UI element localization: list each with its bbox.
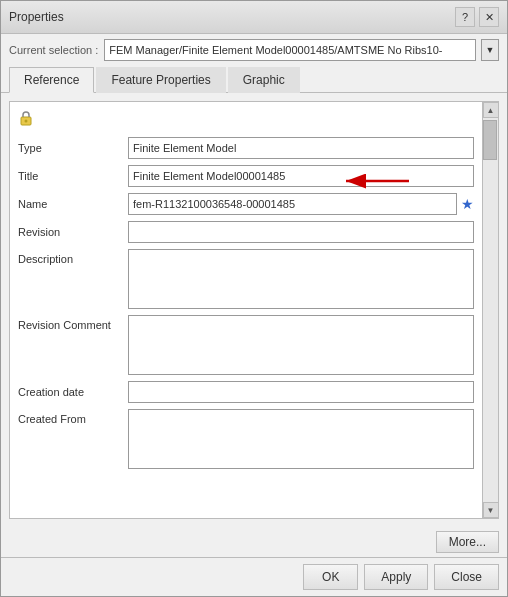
properties-window: Properties ? ✕ Current selection : FEM M… <box>0 0 508 597</box>
description-textarea[interactable] <box>128 249 474 309</box>
close-button[interactable]: Close <box>434 564 499 590</box>
revision-comment-textarea[interactable] <box>128 315 474 375</box>
tab-feature-properties[interactable]: Feature Properties <box>96 67 225 93</box>
lock-icon-row <box>18 110 474 129</box>
revision-field-row: Revision <box>18 221 474 243</box>
current-selection-value: FEM Manager/Finite Element Model00001485… <box>104 39 476 61</box>
scroll-thumb[interactable] <box>483 120 497 160</box>
current-selection-label: Current selection : <box>9 44 98 56</box>
description-field-row: Description <box>18 249 474 309</box>
creation-date-label: Creation date <box>18 386 128 398</box>
created-from-field-row: Created From <box>18 409 474 469</box>
window-title: Properties <box>9 10 64 24</box>
name-star-icon[interactable]: ★ <box>461 196 474 212</box>
title-field-container: Title <box>18 165 474 187</box>
current-selection-bar: Current selection : FEM Manager/Finite E… <box>1 34 507 66</box>
main-panel: Type Title <box>9 101 483 519</box>
name-input[interactable] <box>128 193 457 215</box>
svg-point-1 <box>25 120 28 123</box>
ok-button[interactable]: OK <box>303 564 358 590</box>
type-input[interactable] <box>128 137 474 159</box>
title-bar-right: ? ✕ <box>455 7 499 27</box>
tab-reference[interactable]: Reference <box>9 67 94 93</box>
more-row: More... <box>1 527 507 557</box>
title-bar: Properties ? ✕ <box>1 1 507 34</box>
help-button[interactable]: ? <box>455 7 475 27</box>
close-window-button[interactable]: ✕ <box>479 7 499 27</box>
title-input[interactable] <box>128 165 474 187</box>
apply-button[interactable]: Apply <box>364 564 428 590</box>
creation-date-field-row: Creation date <box>18 381 474 403</box>
title-label: Title <box>18 170 128 182</box>
scroll-up-button[interactable]: ▲ <box>483 102 499 118</box>
type-field-row: Type <box>18 137 474 159</box>
type-label: Type <box>18 142 128 154</box>
revision-label: Revision <box>18 226 128 238</box>
lock-icon <box>18 110 34 129</box>
title-field-row: Title <box>18 165 474 187</box>
current-selection-dropdown[interactable]: ▼ <box>481 39 499 61</box>
scroll-down-button[interactable]: ▼ <box>483 502 499 518</box>
name-label: Name <box>18 198 128 210</box>
revision-comment-field-row: Revision Comment <box>18 315 474 375</box>
title-bar-left: Properties <box>9 10 64 24</box>
revision-comment-label: Revision Comment <box>18 315 128 331</box>
scrollbar: ▲ ▼ <box>483 101 499 519</box>
scroll-track[interactable] <box>483 118 498 502</box>
name-field-row: Name ★ <box>18 193 474 215</box>
tab-graphic[interactable]: Graphic <box>228 67 300 93</box>
created-from-label: Created From <box>18 409 128 425</box>
more-button[interactable]: More... <box>436 531 499 553</box>
created-from-textarea[interactable] <box>128 409 474 469</box>
description-label: Description <box>18 249 128 265</box>
bottom-buttons: OK Apply Close <box>1 557 507 596</box>
revision-input[interactable] <box>128 221 474 243</box>
tabs-bar: Reference Feature Properties Graphic <box>1 66 507 93</box>
creation-date-input[interactable] <box>128 381 474 403</box>
content-area: Type Title <box>1 93 507 527</box>
